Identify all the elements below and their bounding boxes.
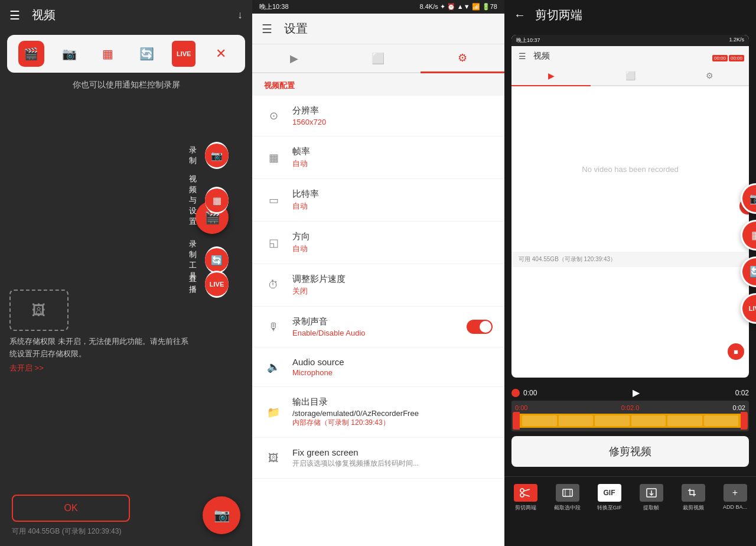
tab-edit[interactable]: ⬜ (336, 44, 420, 72)
panel2-hamburger-icon[interactable]: ☰ (262, 22, 272, 36)
settings-audio-record[interactable]: 🎙 录制声音 Enable/Disable Audio (252, 307, 504, 347)
play-btn[interactable]: ▶ (633, 387, 640, 398)
panel1-title: 视频 (32, 7, 56, 23)
preview-time: 晚上10:37 (516, 37, 540, 44)
fab-record-tool-circle[interactable]: 🔄 (205, 246, 229, 274)
action-clip-selected[interactable]: 截取选中段 (546, 482, 588, 514)
preview-rec-badge2: 00:00 (712, 55, 728, 61)
toolbar-grid-btn[interactable]: ▦ (95, 41, 121, 67)
clip-mid-label: 0:02.0 (621, 404, 640, 411)
panel3-screen: ← 剪切两端 晚上10:37 1.2K/s ☰ 视频 ▶ ⬜ ⚙ No vide… (504, 0, 756, 546)
action-add-ba-label: ADD BA... (723, 504, 747, 510)
action-trim-ends[interactable]: 剪切两端 (504, 482, 546, 514)
panel3-title: 剪切两端 (535, 7, 582, 23)
add-ba-icon: + (724, 484, 747, 502)
fab-record-label: 录制 (189, 145, 200, 166)
fab-video-settings-circle[interactable]: ▦ (205, 187, 229, 214)
framerate-icon: ▦ (264, 148, 283, 167)
toolbar-strip: 🎬 📷 ▦ 🔄 LIVE ✕ (7, 35, 245, 73)
action-add-ba[interactable]: + ADD BA... (714, 482, 756, 514)
framerate-value: 自动 (292, 158, 493, 169)
preview-rec-btn[interactable]: ⏹ (728, 343, 744, 360)
settings-resolution[interactable]: ⊙ 分辨率 1560x720 (252, 96, 504, 136)
fab-record[interactable]: 录制 📷 (189, 142, 229, 169)
action-crop-video[interactable]: 裁剪视频 (672, 482, 714, 514)
speed-icon: ⏱ (264, 276, 283, 295)
fab-video-settings-label: 视频与设置 (189, 174, 200, 227)
green-screen-icon: 🖼 (264, 448, 283, 467)
preview-tab-settings[interactable]: ⚙ (670, 66, 749, 85)
bitrate-icon: ▭ (264, 191, 283, 210)
preview-tab-edit[interactable]: ⬜ (591, 66, 670, 85)
crop-video-icon (682, 484, 705, 502)
trim-button[interactable]: 修剪视频 (511, 436, 749, 467)
fab-video-settings[interactable]: 视频与设置 ▦ (189, 174, 229, 227)
settings-list: ⊙ 分辨率 1560x720 ▦ 帧率 自动 ▭ 比特率 自动 ◱ (252, 96, 504, 546)
action-extract-frames[interactable]: 提取帧 (630, 482, 672, 514)
toolbar-close-btn[interactable]: ✕ (208, 41, 234, 67)
action-to-gif[interactable]: GIF 转换至GIF (588, 482, 630, 514)
panel2-screen: 晚上10:38 8.4K/s ✦ ⏰ ▲▼ 📶 🔋78 ☰ 设置 ▶ ⬜ ⚙ 视… (252, 0, 504, 546)
clip-time-labels: 0:00 0:02.0 0:02 (515, 404, 745, 411)
tab-settings[interactable]: ⚙ (421, 44, 504, 73)
fab-area: 录制 📷 视频与设置 ▦ 🎬 录制工具 🔄 直播 LIVE (195, 201, 229, 234)
settings-section-title: 视频配置 (252, 73, 504, 96)
action-clip-selected-label: 截取选中段 (554, 504, 581, 512)
toolbar-live-btn[interactable]: LIVE (172, 41, 195, 67)
no-video-text: No video has been recorded (582, 165, 678, 174)
output-dir-title: 输出目录 (292, 396, 493, 408)
ok-button[interactable]: OK (12, 495, 130, 522)
fab-live[interactable]: 直播 LIVE (189, 271, 229, 298)
fab-live-circle[interactable]: LIVE (205, 271, 229, 298)
toolbar-camera-btn[interactable]: 📷 (57, 41, 83, 67)
action-to-gif-label: 转换至GIF (597, 504, 622, 512)
audio-record-title: 录制声音 (292, 316, 457, 327)
settings-bitrate[interactable]: ▭ 比特率 自动 (252, 179, 504, 222)
green-screen-value: 开启该选项以修复视频播放后转码时间... (292, 459, 493, 469)
action-extract-frames-label: 提取帧 (643, 504, 659, 512)
back-btn[interactable]: ← (514, 8, 526, 22)
trim-ends-icon (514, 484, 537, 502)
clip-handle-left[interactable] (513, 412, 520, 430)
output-dir-subvalue: 内部存储（可录制 120:39:43） (292, 418, 493, 428)
audio-toggle[interactable] (467, 320, 493, 334)
hamburger-icon[interactable]: ☰ (9, 8, 20, 22)
clip-handle-right[interactable] (741, 412, 748, 430)
go-open-link[interactable]: 去开启 >> (9, 363, 44, 373)
resolution-title: 分辨率 (292, 105, 493, 116)
preview-statusbar: 晚上10:37 1.2K/s (511, 35, 749, 46)
preview-tab-play[interactable]: ▶ (511, 66, 591, 86)
statusbar-info: 8.4K/s ✦ ⏰ ▲▼ 📶 🔋78 (420, 3, 498, 11)
clip-start-label: 0:00 (515, 404, 527, 411)
framerate-title: 帧率 (292, 146, 493, 157)
rec-btn-bottom[interactable]: 📷 (203, 496, 240, 534)
tab-play[interactable]: ▶ (252, 44, 336, 72)
clip-timeline: 0:00 0:02.0 0:02 (511, 401, 749, 431)
bottom-actions: 剪切两端 截取选中段 GIF 转换至GIF (504, 476, 756, 519)
extract-frames-icon (640, 484, 663, 502)
settings-framerate[interactable]: ▦ 帧率 自动 (252, 136, 504, 179)
fab-record-circle[interactable]: 📷 (205, 142, 229, 169)
svg-point-1 (520, 493, 524, 497)
green-screen-title: Fix green screen (292, 447, 493, 457)
svg-rect-4 (563, 489, 572, 496)
toolbar-record-btn[interactable]: 🎬 (18, 41, 44, 67)
toolbar-rotate-btn[interactable]: 🔄 (133, 41, 159, 67)
resolution-icon: ⊙ (264, 106, 283, 125)
settings-orientation[interactable]: ◱ 方向 自动 (252, 222, 504, 264)
dropdown-arrow-icon[interactable]: ↓ (237, 9, 243, 21)
settings-speed[interactable]: ⏱ 调整影片速度 关闭 (252, 264, 504, 307)
settings-audio-source[interactable]: 🔈 Audio source Microphone (252, 347, 504, 387)
timeline-start-time: 0:00 (523, 389, 537, 397)
to-gif-icon: GIF (598, 484, 621, 502)
speed-title: 调整影片速度 (292, 274, 493, 285)
audio-record-value: Enable/Disable Audio (292, 329, 457, 337)
timeline-end-time: 0:02 (735, 389, 749, 397)
panel1-screen: ☰ 视频 ↓ 🎬 📷 ▦ 🔄 LIVE ✕ 你也可以使用通知栏控制录屏 录制 📷… (0, 0, 252, 546)
orientation-value: 自动 (292, 243, 493, 254)
timeline-times: 0:00 ▶ 0:02 (511, 387, 749, 398)
settings-output-dir[interactable]: 📁 输出目录 /storage/emulated/0/AzRecorderFre… (252, 387, 504, 438)
settings-green-screen[interactable]: 🖼 Fix green screen 开启该选项以修复视频播放后转码时间... (252, 438, 504, 479)
panel1-header: ☰ 视频 ↓ (0, 0, 252, 30)
panel2-header: ☰ 设置 (252, 14, 504, 44)
